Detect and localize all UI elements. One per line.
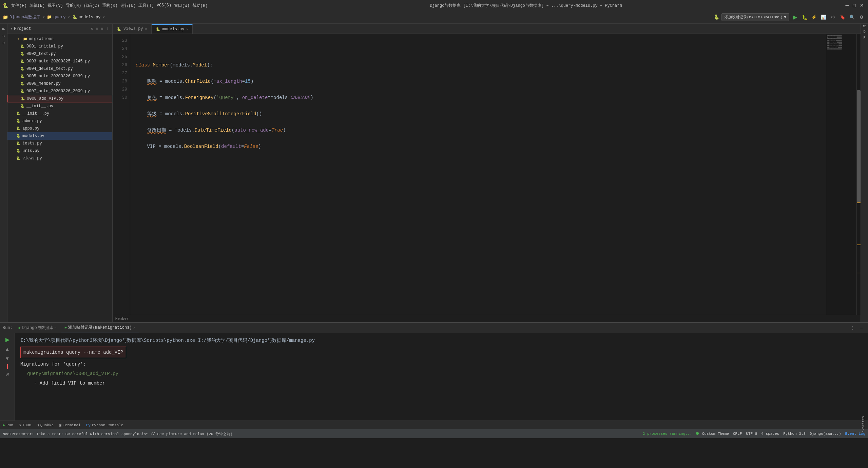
favorites-label: Favorites [862, 416, 865, 434]
tree-item-init2[interactable]: 🐍 __init__.py [7, 110, 112, 117]
project-more[interactable]: ⋮ [106, 26, 110, 31]
stop-up-btn[interactable]: ▲ [4, 345, 11, 353]
tree-label-admin: admin.py [22, 119, 42, 123]
highlighted-command: makemigrations query --name add_VIP [20, 347, 126, 358]
tree-item-0003[interactable]: 🐍 0003_auto_20200325_1245.py [7, 58, 112, 65]
run-button[interactable]: ▶ [791, 14, 799, 21]
scrollbar-area[interactable] [856, 34, 861, 315]
structure-sidebar-icon[interactable]: S [2, 34, 5, 38]
project-expand-icon[interactable]: ▾ [10, 26, 13, 31]
project-expand-all[interactable]: ⊞ [96, 26, 98, 31]
profile-button[interactable]: 📊 [820, 14, 827, 21]
tab-models[interactable]: 🐍 models.py ✕ [152, 24, 193, 34]
tree-item-0008[interactable]: 🐍 0008_add_VIP.py [7, 95, 112, 102]
menu-tools[interactable]: 工具(T) [138, 3, 154, 8]
close-button[interactable]: ✕ [859, 3, 865, 8]
run-panel-minimize[interactable]: ─ [858, 324, 865, 332]
project-settings-icon[interactable]: ⚙ [91, 26, 93, 31]
stop-down-btn[interactable]: ▼ [4, 355, 11, 362]
bottom-tool-run[interactable]: ▶ Run [3, 423, 13, 428]
menu-code[interactable]: 代码(C) [84, 3, 99, 8]
settings-button[interactable]: ⚙ [858, 14, 865, 21]
status-indent[interactable]: 4 spaces [761, 432, 779, 436]
project-collapse-all[interactable]: ⊟ [101, 26, 103, 31]
title-bar: 🐍 文件(F) 编辑(E) 视图(V) 导航(N) 代码(C) 重构(R) 运行… [0, 0, 868, 11]
tree-label-0002: 0002_text.py [26, 52, 56, 56]
tree-item-admin[interactable]: 🐍 admin.py [7, 117, 112, 125]
minimap[interactable]: ████████████████████████ ██ class Member… [826, 34, 856, 315]
tree-item-0001[interactable]: 🐍 0001_initial.py [7, 43, 112, 50]
tree-item-0004[interactable]: 🐍 0004_delete_text.py [7, 65, 112, 73]
menu-help[interactable]: 帮助(H) [192, 3, 208, 8]
bottom-tool-quokka[interactable]: Q Quokka [37, 423, 54, 427]
status-theme[interactable]: Custom Theme [696, 432, 729, 436]
run-config-selector[interactable]: 添加映射记录(MAKEMIGRATIONS) ▼ [721, 13, 789, 21]
breadcrumb-file[interactable]: models.py [79, 15, 101, 20]
find-button[interactable]: 🔍 [848, 14, 856, 21]
run-config-label: 添加映射记录(MAKEMIGRATIONS) [725, 15, 783, 20]
status-crlf[interactable]: CRLF [733, 432, 742, 436]
minimap-content: ████████████████████████ ██ class Member… [826, 34, 856, 51]
tree-item-0007[interactable]: 🐍 0007_auto_20200326_2009.py [7, 87, 112, 95]
menu-file[interactable]: 文件(F) [11, 3, 27, 8]
menu-nav[interactable]: 导航(N) [66, 3, 81, 8]
tree-label-apps: apps.py [22, 126, 39, 131]
bottom-tool-terminal[interactable]: ▣ Terminal [59, 423, 80, 427]
right-icon-2[interactable]: D [863, 30, 866, 34]
status-line-col[interactable]: Django(aaa...) [810, 432, 841, 436]
right-icon-3[interactable]: F [863, 36, 866, 40]
menu-vcs[interactable]: VCS(S) [157, 3, 171, 8]
tree-item-0002[interactable]: 🐍 0002_text.py [7, 50, 112, 58]
concurrency-button[interactable]: ⚙ [829, 14, 837, 21]
tab-models-close[interactable]: ✕ [186, 27, 188, 31]
status-language[interactable]: Python 3.8 [783, 432, 806, 436]
tree-item-urls[interactable]: 🐍 urls.py [7, 147, 112, 155]
code-editor[interactable]: 23 24 25 26 27 28 29 30 class Member(mod… [113, 34, 861, 315]
tree-item-init1[interactable]: 🐍 __init__.py [7, 102, 112, 110]
project-sidebar-icon[interactable]: P [2, 26, 6, 32]
menu-window[interactable]: 窗口(W) [174, 3, 190, 8]
bookmark-button[interactable]: 🔖 [839, 14, 846, 21]
menu-refactor[interactable]: 重构(R) [102, 3, 118, 8]
run-tab-django[interactable]: ▶ Django与数据库 ✕ [15, 324, 60, 332]
tree-item-0005[interactable]: 🐍 0005_auto_20200326_0039.py [7, 73, 112, 80]
app-icon: 🐍 [3, 3, 8, 8]
window-controls[interactable]: ─ □ ✕ [844, 3, 865, 8]
run-tab-makemigrations-close[interactable]: ✕ [133, 326, 135, 330]
status-processes[interactable]: 2 processes running... [643, 432, 692, 436]
run-tab-django-close[interactable]: ✕ [55, 326, 57, 330]
bottom-tool-todo[interactable]: 6 TODO [19, 423, 31, 427]
debug-button[interactable]: 🐛 [801, 14, 808, 21]
tab-views-close[interactable]: ✕ [145, 27, 147, 31]
run-tab-makemigrations[interactable]: ▶ 添加映射记录(makemigrations) ✕ [61, 324, 139, 332]
database-sidebar-icon[interactable]: D [2, 41, 5, 45]
code-content[interactable]: class Member(models.Model): 昵称 = models.… [130, 34, 826, 315]
menu-view[interactable]: 视图(V) [47, 3, 63, 8]
tree-item-tests[interactable]: 🐍 tests.py [7, 140, 112, 147]
tree-label-0006: 0006_member.py [26, 81, 61, 86]
scroll-marker-1 [857, 202, 861, 203]
tree-item-0006[interactable]: 🐍 0006_member.py [7, 80, 112, 87]
run-with-coverage[interactable]: ⚡ [810, 14, 818, 21]
scroll-indicator[interactable] [857, 90, 861, 202]
tree-item-migrations[interactable]: ▾ 📁 migrations [7, 35, 112, 43]
menu-run[interactable]: 运行(U) [120, 3, 136, 8]
run-btn[interactable]: ▶ [4, 336, 11, 343]
tab-views[interactable]: 🐍 views.py ✕ [113, 24, 152, 34]
tree-item-views[interactable]: 🐍 views.py [7, 155, 112, 162]
maximize-button[interactable]: □ [852, 3, 857, 8]
status-encoding[interactable]: UTF-8 [746, 432, 757, 436]
breadcrumb-project[interactable]: Django与数据库 [9, 14, 40, 20]
rerun-btn[interactable]: ↺ [4, 371, 11, 378]
tree-item-apps[interactable]: 🐍 apps.py [7, 125, 112, 132]
bottom-tool-python-console[interactable]: Py Python Console [86, 423, 123, 427]
tree-item-models[interactable]: 🐍 models.py [7, 132, 112, 140]
menu-edit[interactable]: 编辑(E) [30, 3, 45, 8]
run-panel-more[interactable]: ⋮ [849, 324, 856, 332]
migrations-text: Migrations for 'query': [20, 362, 86, 367]
breadcrumb-folder[interactable]: query [53, 15, 65, 20]
right-icon-1[interactable]: M [863, 25, 867, 27]
bottom-tool-favorites[interactable]: Favorites [862, 416, 865, 434]
minimize-button[interactable]: ─ [844, 3, 850, 8]
toolbar-project-icon: 📁 [3, 15, 8, 20]
